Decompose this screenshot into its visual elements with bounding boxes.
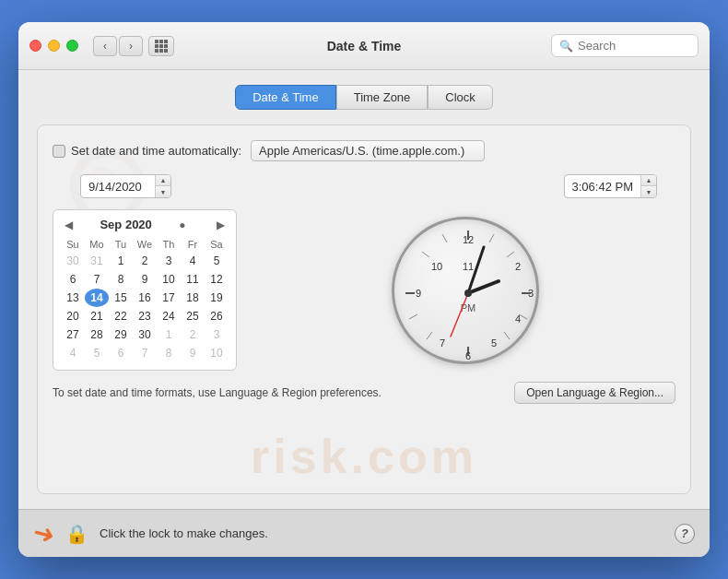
lock-icon[interactable]: 🔒 <box>65 523 88 545</box>
weekday-tu: Tu <box>109 237 133 252</box>
calendar-day[interactable]: 7 <box>133 344 157 362</box>
time-value[interactable]: 3:06:42 PM <box>565 177 641 196</box>
calendar-day[interactable]: 5 <box>85 344 109 362</box>
calendar-day[interactable]: 17 <box>157 289 181 307</box>
cal-next-button[interactable]: ▶ <box>213 219 229 231</box>
calendar-day[interactable]: 20 <box>61 307 85 325</box>
lock-text: Click the lock to make changes. <box>100 526 663 540</box>
calendar-week: 27282930123 <box>61 325 229 344</box>
calendar-day[interactable]: 3 <box>157 252 181 270</box>
calendar-day[interactable]: 16 <box>133 289 157 307</box>
svg-text:6: 6 <box>465 350 471 361</box>
calendar-day[interactable]: 8 <box>109 270 133 289</box>
calendar-day[interactable]: 12 <box>205 270 229 289</box>
cal-dot-button[interactable]: ● <box>175 219 189 231</box>
calendar-day[interactable]: 30 <box>133 325 157 344</box>
tab-date-time[interactable]: Date & Time <box>235 85 336 110</box>
search-icon: 🔍 <box>559 40 573 53</box>
svg-line-8 <box>507 252 514 257</box>
calendar-day[interactable]: 13 <box>61 289 85 307</box>
calendar-day[interactable]: 1 <box>109 252 133 270</box>
calendar-day[interactable]: 5 <box>205 252 229 270</box>
calendar-day[interactable]: 29 <box>109 325 133 344</box>
svg-text:10: 10 <box>431 261 442 272</box>
svg-text:11: 11 <box>463 261 474 272</box>
calendar-day[interactable]: 14 <box>85 289 109 307</box>
calendar-day[interactable]: 9 <box>181 344 205 362</box>
auto-time-row: Set date and time automatically: Apple A… <box>53 140 675 161</box>
close-button[interactable] <box>29 40 41 52</box>
calendar-day[interactable]: 22 <box>109 307 133 325</box>
calendar-day[interactable]: 4 <box>181 252 205 270</box>
cal-clock-row: ◀ Sep 2020 ● ▶ Su Mo Tu We Th <box>53 209 675 371</box>
nav-buttons: ‹ › <box>93 36 143 56</box>
calendar-day[interactable]: 6 <box>61 270 85 289</box>
calendar-week: 13141516171819 <box>61 289 229 307</box>
auto-time-checkbox[interactable] <box>53 145 65 158</box>
calendar-day[interactable]: 25 <box>181 307 205 325</box>
second-hand <box>451 293 468 337</box>
svg-line-13 <box>422 252 429 257</box>
help-button[interactable]: ? <box>675 524 695 544</box>
main-window: ‹ › Date & Time 🔍 Date & Time Time Zone … <box>18 22 710 557</box>
tab-clock[interactable]: Clock <box>428 85 493 110</box>
open-language-button[interactable]: Open Language & Region... <box>514 382 675 404</box>
date-value[interactable]: 9/14/2020 <box>81 177 155 196</box>
calendar-day[interactable]: 23 <box>133 307 157 325</box>
calendar-day[interactable]: 28 <box>85 325 109 344</box>
time-down-button[interactable]: ▼ <box>641 186 656 197</box>
calendar-week: 303112345 <box>61 252 229 270</box>
auto-time-label: Set date and time automatically: <box>53 144 241 158</box>
grid-button[interactable] <box>148 36 174 56</box>
calendar-day[interactable]: 30 <box>61 252 85 270</box>
date-up-button[interactable]: ▲ <box>156 175 170 186</box>
calendar-day[interactable]: 3 <box>205 325 229 344</box>
calendar-day[interactable]: 19 <box>205 289 229 307</box>
footer: ➜ 🔒 Click the lock to make changes. ? <box>18 509 710 557</box>
forward-button[interactable]: › <box>119 36 143 56</box>
calendar-day[interactable]: 7 <box>85 270 109 289</box>
clock-svg: 12 2 3 4 5 6 7 9 10 11 PM <box>394 219 542 367</box>
maximize-button[interactable] <box>66 40 78 52</box>
date-input-wrap: 9/14/2020 ▲ ▼ <box>80 174 171 198</box>
calendar-day[interactable]: 6 <box>109 344 133 362</box>
time-up-button[interactable]: ▲ <box>641 175 656 186</box>
server-select[interactable]: Apple Americas/U.S. (time.apple.com.) <box>251 140 485 161</box>
titlebar: ‹ › Date & Time 🔍 <box>18 22 710 70</box>
svg-text:9: 9 <box>416 288 421 299</box>
calendar-day[interactable]: 2 <box>181 325 205 344</box>
calendar-day[interactable]: 27 <box>61 325 85 344</box>
calendar-day[interactable]: 18 <box>181 289 205 307</box>
svg-text:7: 7 <box>440 337 445 349</box>
calendar-day[interactable]: 31 <box>85 252 109 270</box>
calendar: ◀ Sep 2020 ● ▶ Su Mo Tu We Th <box>53 209 237 371</box>
calendar-day[interactable]: 4 <box>61 344 85 362</box>
weekday-sa: Sa <box>205 237 229 252</box>
back-button[interactable]: ‹ <box>93 36 117 56</box>
clock-face: 12 2 3 4 5 6 7 9 10 11 PM <box>392 217 539 364</box>
calendar-day[interactable]: 8 <box>157 344 181 362</box>
tab-bar: Date & Time Time Zone Clock <box>37 85 691 110</box>
calendar-day[interactable]: 11 <box>181 270 205 289</box>
calendar-day[interactable]: 15 <box>109 289 133 307</box>
calendar-day[interactable]: 1 <box>157 325 181 344</box>
time-stepper: ▲ ▼ <box>640 175 656 197</box>
calendar-day[interactable]: 26 <box>205 307 229 325</box>
minimize-button[interactable] <box>48 40 60 52</box>
svg-text:12: 12 <box>463 234 474 245</box>
calendar-day[interactable]: 2 <box>133 252 157 270</box>
calendar-day[interactable]: 10 <box>157 270 181 289</box>
search-input[interactable] <box>578 39 688 53</box>
date-down-button[interactable]: ▼ <box>156 186 170 197</box>
svg-line-7 <box>489 234 494 242</box>
main-panel: risk.com Set date and time automatically… <box>37 124 691 494</box>
search-box[interactable]: 🔍 <box>551 34 699 57</box>
calendar-day[interactable]: 24 <box>157 307 181 325</box>
calendar-day[interactable]: 10 <box>205 344 229 362</box>
tab-time-zone[interactable]: Time Zone <box>336 85 429 110</box>
server-select-wrapper: Apple Americas/U.S. (time.apple.com.) <box>251 140 485 161</box>
calendar-day[interactable]: 21 <box>85 307 109 325</box>
cal-prev-button[interactable]: ◀ <box>61 219 76 231</box>
calendar-day[interactable]: 9 <box>133 270 157 289</box>
calendar-header: ◀ Sep 2020 ● ▶ <box>61 218 229 231</box>
